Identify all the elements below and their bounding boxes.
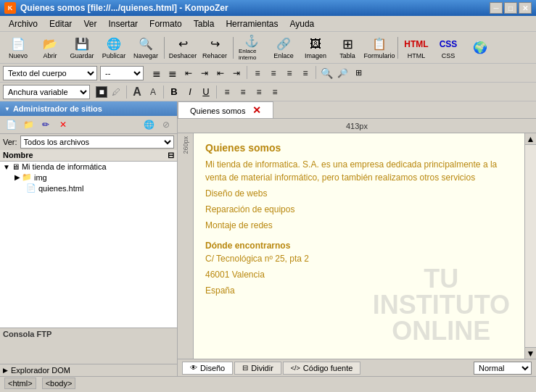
scroll-up-btn[interactable]: ▲ — [525, 133, 536, 145]
guardar-button[interactable]: 💾 Guardar — [67, 34, 97, 62]
menu-ayuda[interactable]: Ayuda — [284, 17, 320, 30]
indent-btn-2[interactable]: ⇥ — [197, 66, 212, 80]
enlace-button[interactable]: 🔗 Enlace — [268, 34, 299, 62]
bottom-bar: 👁 Diseño ⊟ Dividir </> Código fuente Nor… — [178, 359, 536, 376]
text-align-l[interactable]: ≡ — [220, 85, 234, 99]
maximize-button[interactable]: □ — [504, 2, 517, 14]
italic-btn[interactable]: I — [183, 85, 197, 99]
sidebar-view-row: Ver: Todos los archivos — [0, 134, 177, 150]
tab-close-btn[interactable]: ✕ — [252, 104, 261, 116]
minimize-button[interactable]: ─ — [490, 2, 503, 14]
abrir-button[interactable]: 📂 Abrir — [35, 34, 65, 62]
tabla-button[interactable]: ⊞ Tabla — [332, 34, 363, 62]
publicar-button[interactable]: 🌐 Publicar — [99, 34, 129, 62]
status-html-tag[interactable]: <html> — [4, 378, 36, 389]
menu-editar[interactable]: Editar — [44, 17, 78, 30]
zoom-out[interactable]: 🔎 — [335, 66, 350, 80]
title-bar: K Quienes somos [file://.../quienes.html… — [0, 0, 536, 16]
imagen-button[interactable]: 🖼 Imagen — [300, 34, 331, 62]
scroll-down-btn[interactable]: ▼ — [525, 347, 536, 359]
editor-content[interactable]: Quienes somos Mi tienda de informatica. … — [194, 133, 524, 359]
font-size-large[interactable]: A — [130, 85, 144, 99]
text-align-r[interactable]: ≡ — [252, 85, 266, 99]
font-select[interactable]: -- — [100, 66, 144, 80]
highlight-btn[interactable]: 🖊 — [109, 85, 123, 99]
editor-tab-quienes[interactable]: Quienes somos ✕ — [178, 101, 273, 118]
globe-button[interactable]: 🌍 — [465, 34, 495, 62]
color-btn[interactable]: ■ — [96, 86, 107, 98]
sidebar-tool-folder[interactable]: 📁 — [20, 117, 36, 132]
tab-dividir[interactable]: ⊟ Dividir — [234, 362, 281, 375]
menu-ver[interactable]: Ver — [78, 17, 102, 30]
underline-btn[interactable]: U — [199, 85, 213, 99]
sidebar-item-quienes[interactable]: 📄 quienes.html — [0, 183, 177, 193]
indent-btn-4[interactable]: ⇥ — [229, 66, 244, 80]
sep — [247, 66, 247, 79]
enlace-interno-button[interactable]: ⚓ Enlace interno — [236, 34, 267, 62]
enlace-icon: 🔗 — [275, 36, 292, 52]
tab-diseno[interactable]: 👁 Diseño — [182, 362, 233, 375]
sidebar-dom[interactable]: ▶ Explorador DOM — [0, 364, 177, 376]
menu-tabla[interactable]: Tabla — [188, 17, 220, 30]
globe-icon: 🌍 — [471, 39, 489, 57]
align-left[interactable]: ≡ — [250, 66, 265, 80]
align-center[interactable]: ≡ — [266, 66, 281, 80]
editor-scrollbar[interactable]: ▲ ▼ — [524, 133, 536, 359]
sidebar-item-img[interactable]: ▶ 📁 img — [0, 172, 177, 183]
codigo-label: Código fuente — [303, 364, 353, 372]
font-size-small[interactable]: A — [146, 85, 160, 99]
indent-btn-3[interactable]: ⇤ — [213, 66, 228, 80]
sidebar-view-select[interactable]: Todos los archivos — [20, 135, 174, 149]
file-icon: 📄 — [26, 183, 36, 193]
text-align-c[interactable]: ≡ — [236, 85, 250, 99]
nuevo-button[interactable]: 📄 Nuevo — [3, 34, 33, 62]
navegar-button[interactable]: 🔍 Navegar — [131, 34, 161, 62]
computer-icon: 🖥 — [12, 162, 20, 171]
folder-expand-icon-img: ▶ — [15, 173, 20, 181]
menu-insertar[interactable]: Insertar — [102, 17, 144, 30]
list-btn-2[interactable]: ≣ — [165, 66, 180, 80]
sidebar-list-header: Nombre ⊟ — [0, 150, 177, 162]
folder-icon: 📁 — [22, 172, 32, 182]
editor-area: Quienes somos ✕ 413px 260px Quienes somo… — [178, 101, 536, 376]
sidebar-ftp-header: Consola FTP — [3, 330, 174, 338]
indent-btn-1[interactable]: ⇤ — [181, 66, 196, 80]
sidebar-tool-connect[interactable]: 🌐 — [141, 117, 157, 132]
zoom-in[interactable]: 🔍 — [319, 66, 334, 80]
list-btn-1[interactable]: ≣ — [149, 66, 164, 80]
sidebar-item-tienda[interactable]: ▼ 🖥 Mi tienda de informática — [0, 162, 177, 172]
html-button[interactable]: HTML HTML — [401, 34, 432, 62]
width-select[interactable]: Anchura variable — [3, 85, 90, 99]
menu-archivo[interactable]: Archivo — [3, 17, 44, 30]
status-body-tag[interactable]: <body> — [42, 378, 76, 389]
menu-herramientas[interactable]: Herramientas — [220, 17, 284, 30]
watermark: TU INSTITUTO ONLINE — [373, 266, 510, 344]
enlace-interno-icon: ⚓ — [243, 34, 260, 48]
watermark-line1: TU — [373, 266, 510, 292]
style-select[interactable]: Texto del cuerpo — [3, 66, 97, 80]
menu-formato[interactable]: Formato — [144, 17, 188, 30]
close-button[interactable]: ✕ — [519, 2, 532, 14]
formulario-button[interactable]: 📋 Formulario — [364, 34, 395, 62]
text-align-j[interactable]: ≡ — [268, 85, 282, 99]
navegar-icon: 🔍 — [137, 36, 154, 52]
align-right[interactable]: ≡ — [282, 66, 297, 80]
sidebar-collapse-arrow[interactable]: ▼ — [4, 106, 10, 112]
tab-codigo[interactable]: </> Código fuente — [283, 362, 361, 375]
sidebar-tool-delete[interactable]: ✕ — [55, 117, 71, 132]
abrir-label: Abrir — [43, 52, 57, 59]
bold-btn[interactable]: B — [167, 85, 181, 99]
css-button[interactable]: CSS CSS — [433, 34, 463, 62]
sidebar: ▼ Administrador de sitios 📄 📁 ✏ ✕ 🌐 ⊘ Ve… — [0, 101, 178, 376]
rehacer-button[interactable]: ↪ Rehacer — [199, 34, 230, 62]
align-justify[interactable]: ≡ — [298, 66, 313, 80]
sidebar-tool-edit[interactable]: ✏ — [38, 117, 54, 132]
enlace-label: Enlace — [273, 52, 294, 59]
sidebar-tool-new[interactable]: 📄 — [3, 117, 19, 132]
sidebar-tool-disconnect[interactable]: ⊘ — [158, 117, 174, 132]
zoom-reset[interactable]: ⊞ — [351, 66, 366, 80]
dom-arrow: ▶ — [3, 367, 8, 374]
sidebar-name-col: Nombre — [3, 151, 33, 160]
deshacer-button[interactable]: ↩ Deshacer — [168, 34, 198, 62]
normal-select[interactable]: Normal H1 H2 H3 — [474, 362, 532, 375]
